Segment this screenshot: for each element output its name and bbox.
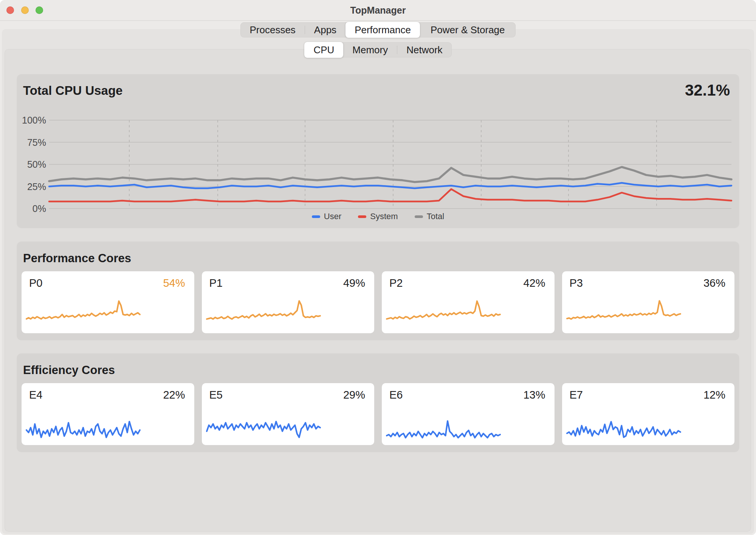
y-axis-tick: 50% (17, 159, 46, 169)
core-id: P0 (29, 277, 42, 289)
core-tile-p3: P3 36% (562, 271, 735, 333)
core-tile-e4: E4 22% (22, 383, 194, 445)
core-tile-p2: P2 42% (382, 271, 555, 333)
core-sparkline (567, 418, 680, 440)
primary-segmented-control: Processes Apps Performance Power & Stora… (240, 22, 515, 37)
secondary-segmented-control: CPU Memory Network (304, 42, 451, 57)
title-bar: TopManager (0, 0, 756, 21)
core-usage-value: 29% (343, 389, 365, 401)
tab-apps[interactable]: Apps (305, 22, 345, 37)
core-sparkline (387, 298, 500, 321)
y-axis-tick: 100% (17, 115, 46, 125)
tab-network[interactable]: Network (397, 42, 451, 57)
performance-cores-card: Performance Cores P0 54% P1 49% P2 42% P… (17, 242, 739, 340)
core-tile-e7: E7 12% (562, 383, 735, 445)
user-legend-swatch (312, 215, 320, 218)
efficiency-cores-card: Efficiency Cores E4 22% E5 29% E6 13% E7… (17, 354, 739, 452)
total-cpu-title: Total CPU Usage (23, 83, 122, 98)
efficiency-cores-heading: Efficiency Cores (23, 363, 115, 377)
legend-label: System (370, 212, 398, 221)
core-tile-p0: P0 54% (22, 271, 194, 333)
legend-item-system: System (358, 212, 398, 221)
chart-legend: User System Total (17, 211, 739, 222)
core-id: E5 (209, 389, 223, 401)
legend-label: User (324, 212, 341, 221)
core-usage-value: 12% (703, 389, 725, 401)
system-legend-swatch (358, 215, 366, 218)
core-tile-p1: P1 49% (202, 271, 375, 333)
core-tile-e5: E5 29% (202, 383, 375, 445)
legend-label: Total (427, 212, 444, 221)
performance-cores-heading: Performance Cores (23, 252, 131, 265)
cpu-usage-line-chart (49, 120, 731, 209)
core-usage-value: 54% (163, 277, 185, 289)
core-usage-value: 49% (343, 277, 365, 289)
app-window: { "window": { "title": "TopManager" }, "… (0, 0, 756, 535)
total-cpu-value: 32.1% (685, 81, 730, 99)
window-title: TopManager (0, 0, 756, 21)
core-sparkline (207, 418, 320, 440)
tab-power-storage[interactable]: Power & Storage (420, 22, 516, 37)
total-legend-swatch (415, 215, 423, 218)
core-sparkline (387, 418, 500, 440)
core-id: E7 (570, 389, 583, 401)
core-id: E6 (389, 389, 403, 401)
tab-performance[interactable]: Performance (345, 22, 420, 38)
core-sparkline (26, 418, 140, 440)
core-id: P3 (570, 277, 583, 289)
core-id: E4 (29, 389, 42, 401)
tab-processes[interactable]: Processes (240, 22, 304, 37)
core-usage-value: 22% (163, 389, 185, 401)
efficiency-core-tiles: E4 22% E5 29% E6 13% E7 12% (22, 383, 734, 445)
secondary-tab-row: CPU Memory Network (0, 42, 756, 57)
core-tile-e6: E6 13% (382, 383, 555, 445)
performance-core-tiles: P0 54% P1 49% P2 42% P3 36% (22, 271, 734, 333)
legend-item-total: Total (415, 212, 444, 221)
legend-item-user: User (312, 212, 341, 221)
core-id: P2 (389, 277, 403, 289)
y-axis-tick: 75% (17, 138, 46, 147)
core-usage-value: 36% (703, 277, 725, 289)
total-cpu-card: Total CPU Usage 32.1% 100% 75% 50% 25% 0… (17, 74, 739, 228)
core-sparkline (207, 298, 320, 321)
y-axis-tick: 25% (17, 182, 46, 192)
core-usage-value: 13% (523, 389, 545, 401)
core-sparkline (567, 298, 680, 321)
core-usage-value: 42% (523, 277, 545, 289)
core-sparkline (26, 298, 140, 321)
tab-memory[interactable]: Memory (343, 42, 397, 57)
core-id: P1 (209, 277, 223, 289)
tab-cpu[interactable]: CPU (304, 42, 343, 58)
primary-tab-row: Processes Apps Performance Power & Stora… (0, 22, 756, 37)
